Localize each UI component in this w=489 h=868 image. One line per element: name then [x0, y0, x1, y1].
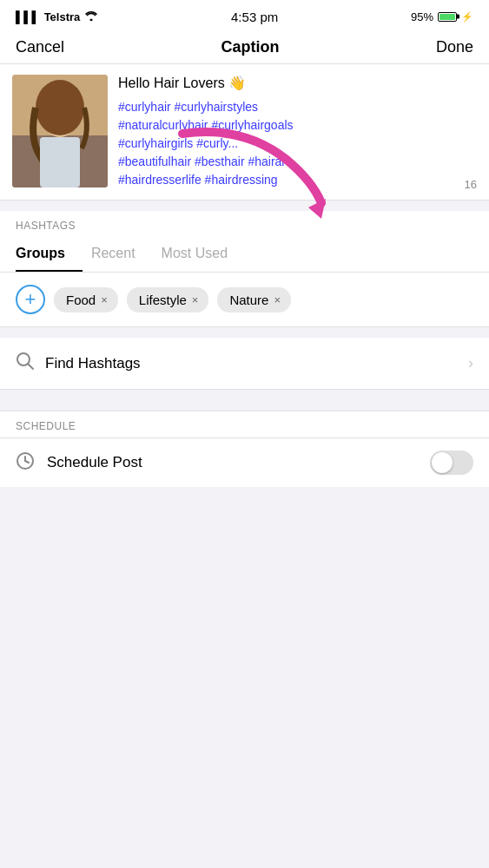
hashtags-section: HASHTAGS Groups Recent Most Used + Food … — [0, 211, 489, 327]
hashtags-tabs: Groups Recent Most Used — [0, 237, 489, 273]
gap-3 — [0, 390, 489, 400]
toggle-knob — [432, 452, 453, 473]
chip-food-close[interactable]: × — [101, 293, 108, 306]
battery-percent: 95% — [411, 10, 433, 23]
chip-food[interactable]: Food × — [54, 287, 118, 312]
svg-point-3 — [36, 80, 84, 135]
schedule-section: SCHEDULE Schedule Post — [0, 411, 489, 487]
status-bar: ▌▌▌ Telstra 4:53 pm 95% ⚡ — [0, 0, 489, 31]
battery-icon — [438, 12, 457, 22]
schedule-post-label: Schedule Post — [47, 454, 430, 471]
chip-nature-close[interactable]: × — [274, 293, 281, 306]
wifi-icon — [84, 10, 98, 23]
chevron-right-icon: › — [468, 354, 473, 372]
post-hashtags: #curlyhair #curlyhairstyles #naturalcurl… — [118, 98, 477, 189]
tab-recent[interactable]: Recent — [91, 237, 153, 272]
status-right: 95% ⚡ — [411, 10, 473, 23]
chip-lifestyle-label: Lifestyle — [139, 293, 187, 307]
page-title: Caption — [221, 38, 280, 56]
char-count: 16 — [465, 178, 477, 191]
schedule-toggle[interactable] — [430, 450, 473, 475]
done-button[interactable]: Done — [436, 38, 473, 56]
svg-rect-4 — [40, 137, 80, 187]
nav-bar: Cancel Caption Done — [0, 31, 489, 64]
plus-icon: + — [25, 288, 36, 311]
signal-bars: ▌▌▌ — [16, 10, 40, 23]
chip-nature[interactable]: Nature × — [217, 287, 291, 312]
gap-2 — [0, 327, 489, 338]
post-thumbnail — [12, 75, 108, 187]
post-content: Hello Hair Lovers 👋 #curlyhair #curlyhai… — [118, 75, 477, 189]
status-left: ▌▌▌ Telstra — [16, 10, 98, 23]
svg-line-10 — [25, 461, 29, 463]
status-time: 4:53 pm — [231, 10, 278, 24]
chip-lifestyle-close[interactable]: × — [192, 293, 199, 306]
tab-groups[interactable]: Groups — [16, 237, 83, 272]
search-icon — [16, 352, 35, 375]
schedule-section-label: SCHEDULE — [0, 411, 489, 437]
gap-1 — [0, 201, 489, 211]
svg-line-7 — [29, 365, 34, 370]
groups-row: + Food × Lifestyle × Nature × — [0, 273, 489, 326]
carrier-label: Telstra — [44, 10, 81, 23]
schedule-post-row: Schedule Post — [0, 437, 489, 487]
find-hashtags-row[interactable]: Find Hashtags › — [0, 338, 489, 390]
find-hashtags-label: Find Hashtags — [45, 355, 468, 372]
chip-lifestyle[interactable]: Lifestyle × — [127, 287, 209, 312]
chip-food-label: Food — [66, 293, 96, 307]
post-preview: Hello Hair Lovers 👋 #curlyhair #curlyhai… — [0, 64, 489, 201]
chip-nature-label: Nature — [229, 293, 268, 307]
tab-most-used[interactable]: Most Used — [162, 237, 245, 272]
clock-icon — [16, 451, 35, 475]
post-title: Hello Hair Lovers 👋 — [118, 75, 477, 91]
charging-bolt: ⚡ — [461, 11, 473, 23]
cancel-button[interactable]: Cancel — [16, 38, 64, 56]
hashtags-section-label: HASHTAGS — [0, 211, 489, 237]
add-group-button[interactable]: + — [16, 285, 45, 314]
